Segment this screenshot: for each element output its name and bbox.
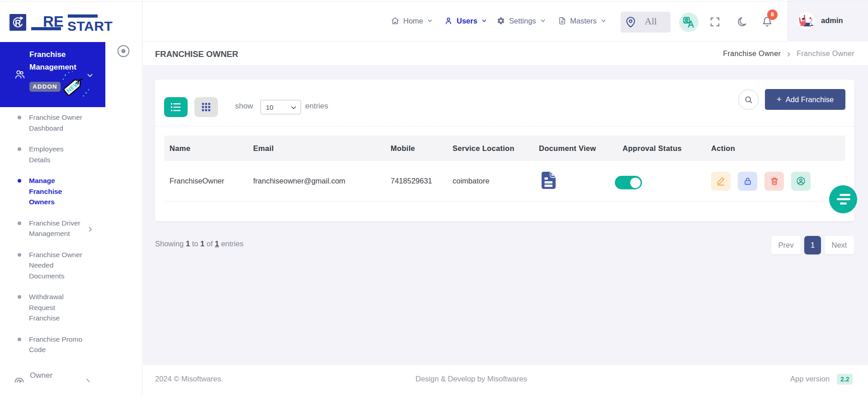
svg-text:START: START — [67, 19, 113, 33]
svg-text:R: R — [15, 18, 21, 28]
